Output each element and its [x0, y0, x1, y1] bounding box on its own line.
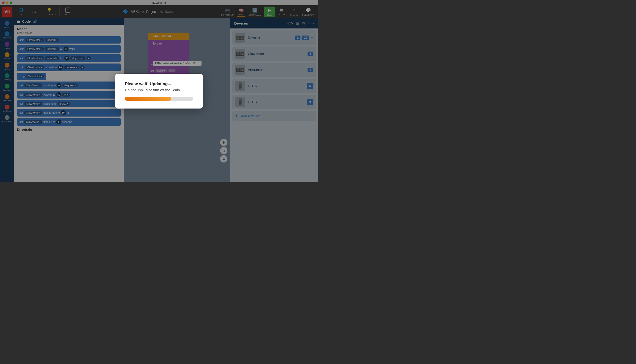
modal-overlay: Please wait! Updating... Do not unplug o… [0, 0, 318, 182]
update-modal: Please wait! Updating... Do not unplug o… [115, 74, 203, 108]
progress-bar-fill [125, 97, 171, 101]
modal-subtitle: Do not unplug or turn off the Brain. [125, 88, 193, 92]
progress-bar-background [125, 97, 193, 101]
modal-title: Please wait! Updating... [125, 82, 193, 86]
